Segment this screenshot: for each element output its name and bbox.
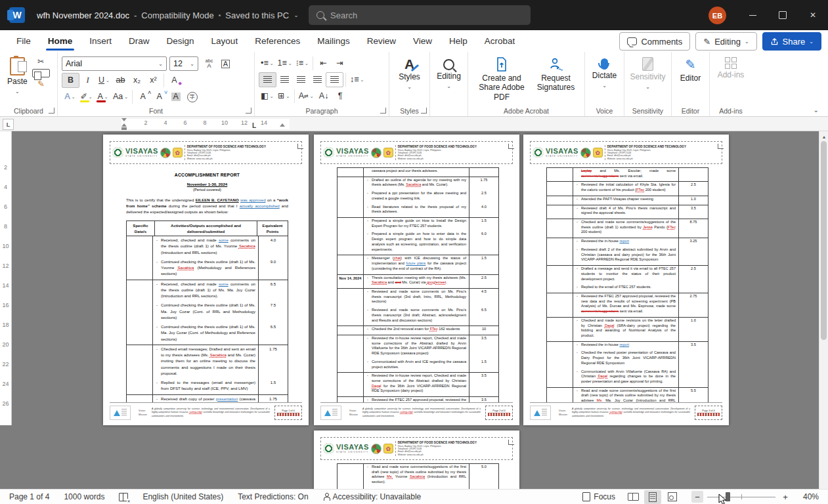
justify-button[interactable]	[309, 73, 326, 87]
strikethrough-button[interactable]: ab	[112, 74, 129, 87]
page-indicator[interactable]: Page 1 of 4	[9, 492, 49, 501]
styles-button[interactable]: A Styles ⌄	[393, 55, 425, 92]
show-formatting-marks-button[interactable]: ¶	[332, 89, 349, 103]
avatar[interactable]: EB	[708, 7, 726, 24]
editing-button[interactable]: Editing ⌄	[434, 55, 464, 91]
menu-tab-help[interactable]: Help	[441, 32, 476, 50]
share-button[interactable]: Share ⌄	[762, 32, 821, 51]
dictate-button[interactable]: Dictate ⌄	[589, 55, 620, 91]
font-family-select[interactable]: Arial⌄	[62, 56, 167, 71]
menu-tab-acrobat[interactable]: Acrobat	[476, 32, 524, 50]
align-left-button[interactable]	[259, 72, 276, 87]
font-size-select[interactable]: 12⌄	[169, 56, 198, 71]
font-dialog-launcher[interactable]	[246, 108, 251, 114]
read-mode-button[interactable]	[624, 490, 642, 504]
distributed-button[interactable]	[326, 72, 343, 87]
saved-status[interactable]: Saved to this PC	[225, 10, 289, 20]
word-app-icon[interactable]: W	[9, 7, 25, 23]
document-page-3[interactable]: VISAYASSTATE UNIVERSITY✿DEPARTMENT OF FO…	[523, 135, 729, 425]
borders-button[interactable]: ⊞⌄	[276, 89, 292, 103]
collapse-ribbon-button[interactable]: ⌄	[814, 106, 819, 114]
sort-button[interactable]: A↓	[316, 89, 332, 103]
asian-layout-button[interactable]: A⇄⌄	[297, 89, 316, 103]
bullets-button[interactable]: •≡⌄	[259, 56, 276, 70]
minimize-button[interactable]	[737, 0, 768, 30]
title-chevron-icon[interactable]: ⌄	[294, 12, 299, 18]
editor-button[interactable]: ✎ Editor	[676, 55, 705, 85]
language-indicator[interactable]: English (United States)	[142, 492, 223, 501]
decrease-indent-button[interactable]: ⇤	[315, 56, 332, 70]
menu-tab-design[interactable]: Design	[158, 32, 203, 50]
right-indent-marker[interactable]	[280, 123, 285, 127]
font-color-button[interactable]: A⌄	[95, 90, 111, 104]
scroll-up-icon[interactable]: ▲	[819, 133, 828, 140]
shrink-font-button[interactable]: A˅	[151, 90, 167, 104]
menu-tab-review[interactable]: Review	[359, 32, 404, 50]
menu-tab-view[interactable]: View	[404, 32, 441, 50]
comments-button[interactable]: Comments	[619, 32, 690, 51]
create-share-pdf-button[interactable]: Create and Share Adobe PDF	[472, 55, 531, 104]
shading-button[interactable]: ◧⌄	[259, 89, 276, 103]
word-count[interactable]: 1000 words	[64, 492, 104, 501]
zoom-out-button[interactable]: −	[691, 491, 703, 503]
text-highlight-color-button[interactable]: ✐⌄	[78, 90, 95, 104]
accessibility-status[interactable]: Accessibility: Unavailable	[323, 492, 422, 501]
align-right-button[interactable]	[293, 73, 309, 87]
scrollbar-thumb[interactable]	[821, 141, 827, 340]
character-shading-button[interactable]: A	[167, 90, 184, 104]
hanging-indent-marker[interactable]	[121, 123, 127, 127]
proofing-status[interactable]	[119, 493, 128, 501]
underline-button[interactable]: U⌄	[96, 74, 112, 87]
grow-font-button[interactable]: A˄	[135, 90, 151, 104]
enclose-characters-button[interactable]: 字	[184, 90, 200, 104]
numbering-button[interactable]: 1≡⌄	[276, 56, 294, 70]
clear-formatting-button[interactable]: A◆	[166, 74, 183, 87]
copy-icon[interactable]	[32, 69, 50, 77]
menu-tab-layout[interactable]: Layout	[203, 32, 247, 50]
multilevel-list-button[interactable]: ⁝≡⌄	[294, 56, 311, 70]
line-spacing-button[interactable]: ↕≡⌄	[348, 73, 366, 87]
document-page-2[interactable]: VISAYASSTATE UNIVERSITY✿DEPARTMENT OF FO…	[314, 135, 519, 425]
superscript-button[interactable]: x²	[145, 74, 162, 87]
paste-button[interactable]: Paste ⌄	[4, 55, 31, 96]
character-border-button[interactable]: A	[217, 57, 234, 71]
left-indent-marker[interactable]	[121, 127, 127, 130]
zoom-in-button[interactable]: +	[779, 491, 791, 503]
italic-button[interactable]: I	[79, 74, 96, 87]
editing-mode-button[interactable]: ✎ Editing ⌄	[695, 32, 756, 51]
format-painter-icon[interactable]: ✎	[32, 77, 50, 91]
menu-tab-mailings[interactable]: Mailings	[309, 32, 359, 50]
tab-selector[interactable]: L	[3, 119, 14, 130]
tab-stop-marker[interactable]: L	[252, 122, 256, 129]
print-layout-button[interactable]	[644, 490, 661, 504]
change-case-button[interactable]: Aa⌄	[111, 90, 130, 104]
menu-tab-file[interactable]: File	[8, 32, 39, 50]
phonetic-guide-button[interactable]: abcA	[201, 57, 217, 71]
request-signatures-button[interactable]: Request Signatures	[531, 55, 580, 104]
document-page-4[interactable]: VISAYASSTATE UNIVERSITY✿DEPARTMENT OF FO…	[314, 430, 519, 489]
menu-tab-insert[interactable]: Insert	[81, 32, 120, 50]
web-layout-button[interactable]	[664, 490, 681, 504]
subscript-button[interactable]: x₂	[129, 74, 145, 87]
cut-icon[interactable]: ✂	[32, 55, 50, 69]
menu-tab-draw[interactable]: Draw	[120, 32, 158, 50]
focus-button[interactable]: Focus	[582, 492, 615, 501]
zoom-slider-thumb[interactable]	[726, 492, 730, 501]
menu-tab-references[interactable]: References	[246, 32, 309, 50]
text-predictions[interactable]: Text Predictions: On	[238, 492, 308, 501]
text-effects-button[interactable]: A⌄	[62, 90, 78, 104]
increase-indent-button[interactable]: ⇥	[332, 56, 348, 70]
horizontal-ruler[interactable]: L 2468101214 L	[0, 117, 828, 131]
zoom-level[interactable]: 40%	[798, 492, 819, 501]
first-line-indent-marker[interactable]	[121, 118, 127, 121]
document-page-1[interactable]: VISAYASSTATE UNIVERSITY✿DEPARTMENT OF FO…	[103, 135, 309, 425]
search-input[interactable]: Search	[309, 5, 531, 25]
menu-tab-home[interactable]: Home	[39, 32, 81, 50]
clipboard-dialog-launcher[interactable]	[49, 108, 54, 114]
maximize-button[interactable]	[768, 0, 798, 30]
document-canvas[interactable]: 2468101214161820222426 VISAYASSTATE UNIV…	[0, 131, 828, 489]
styles-dialog-launcher[interactable]	[421, 108, 427, 114]
paragraph-dialog-launcher[interactable]	[380, 108, 386, 114]
bold-button[interactable]: B	[62, 73, 79, 88]
align-center-button[interactable]	[276, 73, 293, 87]
